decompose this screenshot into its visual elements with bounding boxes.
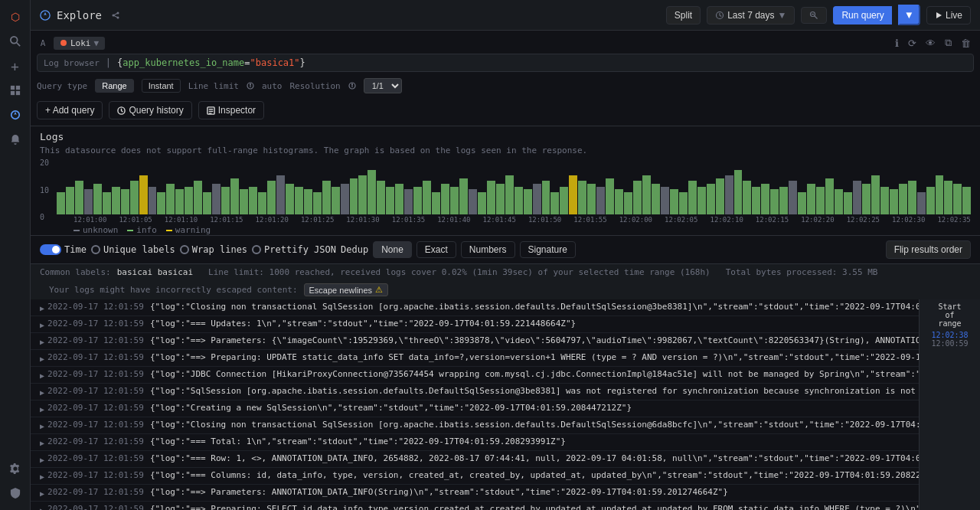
log-entry[interactable]: ▶ 2022-09-17 12:01:59 {"log":"=== Total:… <box>31 434 980 451</box>
compass-icon[interactable] <box>5 104 26 126</box>
search-icon[interactable] <box>5 31 26 52</box>
dedup-numbers-button[interactable]: Numbers <box>461 241 515 258</box>
chart-bar-wrapper <box>57 159 65 214</box>
chart-bar-wrapper <box>596 159 605 214</box>
query-expression: {app_kubernetes_io_name="basica1"} <box>117 57 967 68</box>
prettify-json-radio[interactable] <box>252 245 261 254</box>
log-entry[interactable]: ▶ 2022-09-17 12:01:59 {"log":"JDBC Conne… <box>31 367 980 384</box>
dedup-exact-button[interactable]: Exact <box>416 241 456 258</box>
log-entry[interactable]: ▶ 2022-09-17 12:01:59 {"log":"==> Prepar… <box>31 502 980 510</box>
chart-bar-wrapper <box>936 159 944 214</box>
chart-bar-wrapper <box>578 159 586 214</box>
log-expand-icon[interactable]: ▶ <box>40 471 44 482</box>
chart-bar <box>890 189 898 214</box>
grid-icon[interactable] <box>5 80 26 101</box>
chart-bar <box>413 187 422 215</box>
log-browser-label[interactable]: Log browser <box>44 58 100 68</box>
dedup-toggle[interactable]: Dedup <box>341 244 368 255</box>
chart-bar-wrapper <box>112 159 120 214</box>
log-entry[interactable]: ▶ 2022-09-17 12:01:59 {"log":"SqlSession… <box>31 384 980 400</box>
log-expand-icon[interactable]: ▶ <box>40 387 44 398</box>
run-query-dropdown-button[interactable]: ▼ <box>898 5 920 25</box>
log-entry[interactable]: ▶ 2022-09-17 12:01:59 {"log":"==> Parame… <box>31 333 980 350</box>
log-expand-icon[interactable]: ▶ <box>40 404 44 415</box>
live-button[interactable]: Live <box>926 6 971 25</box>
query-history-icon[interactable]: ⟳ <box>905 35 920 51</box>
time-toggle[interactable]: Time <box>40 244 87 255</box>
line-limit-info-icon <box>247 82 254 90</box>
inspector-label: Inspector <box>218 105 256 116</box>
escape-newlines-button[interactable]: Escape newlines ⚠ <box>304 283 389 296</box>
add-query-button[interactable]: + Add query <box>37 101 103 119</box>
resolution-select[interactable]: 1/1 <box>364 78 402 93</box>
chart-bar <box>276 175 285 214</box>
chart-container: 20 10 0 12:01:00 12:01:05 12:01:10 12:01… <box>31 159 980 235</box>
plus-icon[interactable]: + <box>5 55 26 77</box>
query-copy-icon[interactable]: ⧉ <box>942 35 955 51</box>
log-expand-icon[interactable]: ▶ <box>40 420 44 432</box>
range-button[interactable]: Range <box>95 79 133 93</box>
log-expand-icon[interactable]: ▶ <box>40 336 44 348</box>
log-expand-icon[interactable]: ▶ <box>40 437 44 449</box>
log-entry[interactable]: ▶ 2022-09-17 12:01:59 {"log":"=== Column… <box>31 468 980 485</box>
prettify-json-toggle[interactable]: Prettify JSON <box>252 244 336 255</box>
wrap-lines-toggle[interactable]: Wrap lines <box>180 244 247 255</box>
log-entry[interactable]: ▶ 2022-09-17 12:01:59 {"log":"Closing no… <box>31 417 980 434</box>
time-range-button[interactable]: Last 7 days ▼ <box>707 6 795 25</box>
range-range-label: range <box>938 319 961 328</box>
chart-bar <box>194 181 202 214</box>
legend-unknown-label: unknown <box>83 225 118 235</box>
chart-bar-wrapper <box>212 159 220 214</box>
zoom-button[interactable] <box>801 7 827 24</box>
unique-labels-radio[interactable] <box>91 245 100 254</box>
chart-bar <box>524 189 532 214</box>
chart-bar <box>341 184 349 214</box>
log-entry[interactable]: ▶ 2022-09-17 12:01:59 {"log":"Closing no… <box>31 299 980 316</box>
query-eye-icon[interactable]: 👁 <box>923 35 939 51</box>
chart-bar <box>679 192 688 214</box>
run-query-button[interactable]: Run query <box>833 6 891 25</box>
log-expand-icon[interactable]: ▶ <box>40 353 44 365</box>
log-entry[interactable]: ▶ 2022-09-17 12:01:59 {"log":"=== Row: 1… <box>31 451 980 468</box>
log-expand-icon[interactable]: ▶ <box>40 505 44 510</box>
log-expand-icon[interactable]: ▶ <box>40 370 44 381</box>
log-expand-icon[interactable]: ▶ <box>40 454 44 466</box>
split-button[interactable]: Split <box>666 6 701 25</box>
query-info-icon[interactable]: ℹ <box>892 35 902 51</box>
log-timestamp: 2022-09-17 12:01:59 <box>47 469 144 482</box>
chart-bar-wrapper <box>75 159 83 214</box>
log-entry[interactable]: ▶ 2022-09-17 12:01:59 {"log":"==> Parame… <box>31 485 980 502</box>
unique-labels-toggle[interactable]: Unique labels <box>91 244 175 255</box>
log-entry[interactable]: ▶ 2022-09-17 12:01:59 {"log":"==> Prepar… <box>31 350 980 367</box>
query-delete-icon[interactable]: 🗑 <box>958 35 974 51</box>
grafana-logo-icon[interactable]: ⬡ <box>5 6 26 28</box>
shield-icon[interactable] <box>5 482 26 504</box>
chart-bar-wrapper <box>642 159 651 214</box>
inspector-button[interactable]: Inspector <box>198 101 264 119</box>
flip-results-button[interactable]: Flip results order <box>886 240 971 259</box>
chart-bar <box>908 181 916 214</box>
log-entry[interactable]: ▶ 2022-09-17 12:01:59 {"log":"Creating a… <box>31 400 980 417</box>
wrap-lines-radio[interactable] <box>180 245 189 254</box>
query-history-button[interactable]: Query history <box>109 101 191 119</box>
chart-bar-wrapper <box>816 159 825 214</box>
dedup-signature-button[interactable]: Signature <box>520 241 576 258</box>
log-expand-icon[interactable]: ▶ <box>40 319 44 331</box>
bell-icon[interactable] <box>5 129 26 150</box>
chart-bar-wrapper <box>368 159 376 214</box>
chart-bar-wrapper <box>441 159 449 214</box>
datasource-selector[interactable]: Loki ▼ <box>54 37 105 50</box>
share-icon[interactable] <box>108 8 123 23</box>
log-entry[interactable]: ▶ 2022-09-17 12:01:59 {"log":"=== Update… <box>31 316 980 333</box>
log-expand-icon[interactable]: ▶ <box>40 488 44 499</box>
gear-icon[interactable] <box>5 458 26 479</box>
chart-bar <box>825 178 834 214</box>
log-text: {"log":"SqlSession [org.apache.ibatis.se… <box>150 385 971 398</box>
dedup-none-button[interactable]: None <box>373 241 412 258</box>
time-toggle-switch[interactable] <box>40 244 61 255</box>
chart-bar-wrapper <box>332 159 340 214</box>
log-expand-icon[interactable]: ▶ <box>40 302 44 314</box>
chart-bar-wrapper <box>249 159 257 214</box>
instant-button[interactable]: Instant <box>142 79 181 93</box>
chart-bar <box>258 192 266 214</box>
